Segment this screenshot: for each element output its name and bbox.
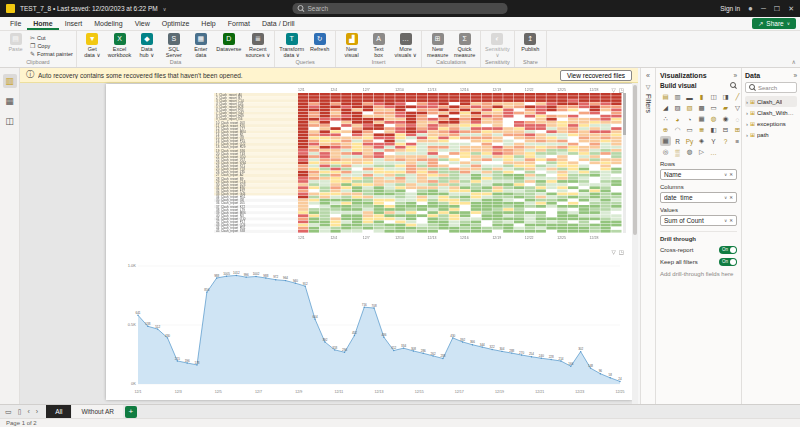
global-search[interactable]: [293, 3, 508, 14]
visual-type-shape-map-icon[interactable]: ◌: [732, 114, 742, 124]
visual-type-filled-map-icon[interactable]: ◉: [720, 114, 731, 124]
visual-type-clustered-bar-icon[interactable]: ▬: [684, 92, 695, 102]
visual-type-power-apps-icon[interactable]: ▷: [696, 147, 707, 157]
page-tab-all[interactable]: All: [46, 405, 71, 418]
visual-type-waterfall-icon[interactable]: ▰: [720, 103, 731, 113]
visual-type-funnel-icon[interactable]: ▽: [732, 103, 742, 113]
search-fields-icon[interactable]: [730, 82, 737, 89]
ribbon-button-format-painter[interactable]: ✎Format painter: [30, 50, 73, 57]
data-table-exceptions[interactable]: ›⊞exceptions: [745, 118, 797, 129]
field-dropdown-icon[interactable]: ∨: [724, 195, 727, 200]
ribbon-button-recent-sources[interactable]: ≣Recent sources ∨: [244, 33, 271, 58]
field-remove-icon[interactable]: ✕: [729, 195, 733, 200]
maximize-button[interactable]: ☐: [774, 5, 780, 13]
prev-page-icon[interactable]: ‹: [25, 405, 31, 418]
next-page-icon[interactable]: ›: [34, 405, 40, 418]
ribbon-button-data-hub[interactable]: ◆Data hub ∨: [134, 33, 159, 58]
ribbon-button-refresh[interactable]: ↻Refresh: [307, 33, 332, 52]
data-table-clash-without-ar[interactable]: ›⊞Clash_Without_AR: [745, 107, 797, 118]
expand-filters-icon[interactable]: «: [646, 72, 650, 79]
table-view-icon[interactable]: ▦: [3, 94, 17, 108]
expand-chevron-icon[interactable]: ›: [746, 121, 748, 127]
expand-chevron-icon[interactable]: ›: [746, 110, 748, 116]
visual-focus-icon[interactable]: ◳: [619, 86, 624, 94]
ribbon-button-copy[interactable]: ❐Copy: [30, 42, 73, 49]
menu-home[interactable]: Home: [27, 17, 58, 30]
menu-modeling[interactable]: Modeling: [88, 17, 128, 30]
visual-type-arcgis-icon[interactable]: ◍: [684, 147, 695, 157]
rows-field-pill[interactable]: Name ∨ ✕: [660, 169, 737, 180]
expand-chevron-icon[interactable]: ›: [746, 99, 748, 105]
new-page-button[interactable]: +: [125, 406, 137, 418]
visual-type-kpi-icon[interactable]: ◧: [708, 125, 719, 135]
visual-type-qa-icon[interactable]: ?: [720, 136, 731, 146]
mobile-layout-icon[interactable]: ▯: [16, 405, 24, 418]
sign-in-link[interactable]: Sign in: [720, 5, 740, 12]
visual-type-line-chart-icon[interactable]: ╱: [732, 92, 742, 102]
ribbon-button-quick-measure[interactable]: ΣQuick measure: [452, 33, 477, 58]
share-button[interactable]: ↗ Share ∨: [752, 18, 796, 29]
expand-chevron-icon[interactable]: ›: [746, 132, 748, 138]
global-search-input[interactable]: [308, 5, 503, 12]
close-button[interactable]: ✕: [788, 5, 794, 13]
visual-type-slicer-icon[interactable]: ⊟: [720, 125, 731, 135]
ribbon-button-enter-data[interactable]: ▦Enter data: [188, 33, 213, 58]
visual-type-clustered-column-icon[interactable]: ▮: [696, 92, 707, 102]
menu-view[interactable]: View: [129, 17, 156, 30]
ribbon-button-more-visuals[interactable]: …More visuals ∨: [393, 33, 418, 58]
visual-filter-icon[interactable]: ▽: [612, 86, 616, 94]
field-dropdown-icon[interactable]: ∨: [724, 172, 727, 177]
ribbon-button-dataverse[interactable]: DDataverse: [215, 33, 242, 52]
ribbon-button-transform-data[interactable]: TTransform data ∨: [278, 33, 305, 58]
visual-type-line-stacked-column-icon[interactable]: ▧: [684, 103, 695, 113]
visual-type-table-icon[interactable]: ⊞: [732, 125, 742, 135]
ribbon-button-paste[interactable]: ▤Paste: [3, 33, 28, 52]
page-tab-without-ar[interactable]: Without AR: [72, 405, 123, 418]
ribbon-button-sql-server[interactable]: SSQL Server: [161, 33, 186, 58]
visual-filter-icon[interactable]: ▽: [612, 248, 616, 256]
visual-type-more-visuals-icon[interactable]: …: [708, 147, 719, 157]
visual-type-paginated-report-icon[interactable]: ▒: [672, 147, 683, 157]
columns-field-pill[interactable]: date_time ∨ ✕: [660, 192, 737, 203]
desktop-layout-icon[interactable]: ▭: [3, 405, 14, 418]
account-icon[interactable]: ●: [748, 5, 753, 13]
visual-type-ribbon-chart-icon[interactable]: ▭: [708, 103, 719, 113]
visual-type-stacked-area-icon[interactable]: ▨: [672, 103, 683, 113]
visual-type-azure-map-icon[interactable]: ⊕: [660, 125, 671, 135]
title-caret-icon[interactable]: ∨: [163, 6, 167, 12]
view-recovered-files-button[interactable]: View recovered files: [560, 70, 632, 81]
visual-type-stacked-bar-icon[interactable]: ▤: [660, 92, 671, 102]
visual-type-line-clustered-column-icon[interactable]: ▩: [696, 103, 707, 113]
visual-type-multi-row-card-icon[interactable]: ≣: [696, 125, 707, 135]
canvas-scrollbar[interactable]: [632, 83, 638, 404]
visual-type-card-icon[interactable]: ▭: [684, 125, 695, 135]
field-dropdown-icon[interactable]: ∨: [724, 218, 727, 223]
visual-type-scatter-icon[interactable]: ∴: [660, 114, 671, 124]
visual-type-key-influencers-icon[interactable]: ◈: [696, 136, 707, 146]
ribbon-button-new-visual[interactable]: ▟New visual: [339, 33, 364, 58]
visual-type-area-chart-icon[interactable]: ◢: [660, 103, 671, 113]
data-table-path[interactable]: ›⊞path: [745, 129, 797, 140]
visual-type-smart-narrative-icon[interactable]: ≡: [732, 136, 742, 146]
collapse-visualizations-icon[interactable]: »: [733, 72, 737, 79]
values-field-pill[interactable]: Sum of Count ∨ ✕: [660, 215, 737, 226]
ribbon-button-sensitivity[interactable]: ◐Sensitivity ∨: [484, 33, 511, 58]
collapse-data-panel-icon[interactable]: »: [793, 72, 797, 79]
visual-type-donut-icon[interactable]: ◔: [684, 114, 695, 124]
menu-optimize[interactable]: Optimize: [156, 17, 196, 30]
ribbon-button-publish[interactable]: ↥Publish: [518, 33, 543, 52]
ribbon-collapse-icon[interactable]: ∧: [792, 58, 796, 65]
visual-type-treemap-icon[interactable]: ▦: [696, 114, 707, 124]
ribbon-button-get-data[interactable]: ▼Get data ∨: [80, 33, 105, 58]
data-search[interactable]: [745, 82, 797, 93]
matrix-visual[interactable]: ▽ ◳: [214, 86, 626, 240]
visual-type-map-icon[interactable]: ◍: [708, 114, 719, 124]
visual-type-100-stacked-bar-icon[interactable]: ◫: [708, 92, 719, 102]
ribbon-button-text-box[interactable]: AText box: [366, 33, 391, 58]
data-table-clash-all[interactable]: ›⊞Clash_All: [745, 96, 797, 107]
ribbon-button-new-measure[interactable]: ⊞New measure: [425, 33, 450, 58]
ribbon-button-excel-workbook[interactable]: XExcel workbook: [107, 33, 133, 58]
visual-type-matrix-icon[interactable]: ▦: [660, 136, 671, 146]
minimize-button[interactable]: ─: [761, 5, 766, 12]
cross-report-toggle[interactable]: On: [719, 246, 737, 254]
